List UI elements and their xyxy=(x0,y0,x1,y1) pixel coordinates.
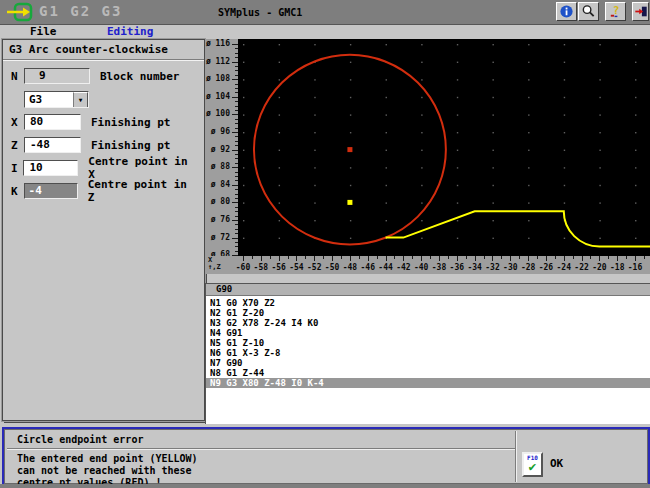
x-axis-tick xyxy=(608,256,609,259)
field-letter: K xyxy=(11,185,24,198)
axis-orientation-label: X ↑,Z xyxy=(208,257,221,271)
title-bar: G1 G2 G3 SYMplus - GMC1 ? xyxy=(0,0,650,25)
x-axis-tick xyxy=(439,256,440,261)
x-axis-tick xyxy=(421,256,422,261)
x-axis-tick xyxy=(466,256,467,259)
field-letter: I xyxy=(11,162,23,175)
g3-arc-dialog: G3 Arc counter-clockwise N9Block numberG… xyxy=(2,39,205,421)
error-body-line: can not be reached with these xyxy=(17,465,192,476)
nc-program-line[interactable]: N8 G1 Z-44 xyxy=(206,368,650,378)
x-axis-label: -44 xyxy=(378,263,392,272)
x-axis-label: -16 xyxy=(628,263,642,272)
x-axis-tick xyxy=(537,256,538,259)
x-axis-label: -34 xyxy=(467,263,481,272)
dialog-fields: N9Block numberG3▼X80Finishing ptZ-48Fini… xyxy=(3,60,204,199)
field-letter: N xyxy=(11,70,24,83)
x-axis-tick xyxy=(599,256,600,261)
x-axis-label: -56 xyxy=(271,263,285,272)
dialog-field-row: N9Block number xyxy=(11,68,196,84)
programmed-contour xyxy=(386,211,650,246)
x-axis-tick xyxy=(582,256,583,261)
error-separator xyxy=(7,448,515,449)
x-axis-tick xyxy=(573,256,574,259)
field-input[interactable]: 9 xyxy=(24,68,90,84)
x-axis-label: -24 xyxy=(557,263,571,272)
x-axis-label: -18 xyxy=(610,263,624,272)
x-axis-tick xyxy=(564,256,565,261)
x-axis-tick xyxy=(617,256,618,261)
x-axis-label: -60 xyxy=(236,263,250,272)
field-label: Finishing pt xyxy=(91,139,170,152)
x-axis-tick xyxy=(270,256,271,259)
chevron-down-icon[interactable]: ▼ xyxy=(73,92,88,107)
info-icon xyxy=(559,4,574,19)
menu-file[interactable]: File xyxy=(30,25,57,38)
x-axis-label: -50 xyxy=(325,263,339,272)
y-axis-label: ø 112 xyxy=(206,58,230,66)
nc-program-line[interactable]: N5 G1 Z-10 xyxy=(206,338,650,348)
x-axis-label: -38 xyxy=(432,263,446,272)
x-axis-tick xyxy=(546,256,547,261)
centre-point-marker xyxy=(347,147,352,152)
dialog-field-row: K-4Centre point in Z xyxy=(11,183,196,199)
contour-preview-canvas xyxy=(238,39,650,256)
x-axis-tick xyxy=(457,256,458,261)
end-point-marker xyxy=(347,200,352,205)
nc-program-line[interactable]: N7 G90 xyxy=(206,358,650,368)
menu-bar: File Editing xyxy=(0,25,650,38)
nc-program-panel: G90 N1 G0 X70 Z2N2 G1 Z-20N3 G2 X78 Z-24… xyxy=(205,283,650,424)
x-axis-tick xyxy=(243,256,244,261)
field-label: Finishing pt xyxy=(91,116,170,129)
x-axis-tick xyxy=(412,256,413,259)
y-axis-label: ø 108 xyxy=(206,75,230,83)
x-axis-tick xyxy=(528,256,529,261)
x-axis-tick xyxy=(403,256,404,261)
zoom-button[interactable] xyxy=(578,2,599,21)
info-button[interactable] xyxy=(556,2,577,21)
x-axis-tick xyxy=(305,256,306,259)
ok-button[interactable]: F10 ✔ xyxy=(522,452,543,477)
y-axis-label: ø 72 xyxy=(211,234,230,242)
nc-program-line[interactable]: N6 G1 X-3 Z-8 xyxy=(206,348,650,358)
field-letter: Z xyxy=(11,139,24,152)
error-body-line: The entered end point (YELLOW) xyxy=(17,453,198,464)
x-axis-label: -58 xyxy=(254,263,268,272)
x-axis-label: -26 xyxy=(539,263,553,272)
nc-program-line[interactable]: N9 G3 X80 Z-48 I0 K-4 xyxy=(206,378,650,388)
x-axis-tick xyxy=(394,256,395,259)
x-axis-tick xyxy=(296,256,297,261)
x-axis-tick xyxy=(368,256,369,261)
nc-program-list: N1 G0 X70 Z2N2 G1 Z-20N3 G2 X78 Z-24 I4 … xyxy=(206,296,650,388)
x-axis-tick xyxy=(475,256,476,261)
nc-program-line[interactable]: N2 G1 Z-20 xyxy=(206,308,650,318)
help-button[interactable]: ? xyxy=(605,2,626,21)
symplus-logo-icon xyxy=(5,1,35,27)
exit-button[interactable] xyxy=(632,2,649,21)
x-axis-label: -36 xyxy=(450,263,464,272)
field-input[interactable]: -4 xyxy=(24,183,78,199)
field-input[interactable]: -48 xyxy=(24,137,81,153)
x-axis-label: -42 xyxy=(396,263,410,272)
x-axis-label: -48 xyxy=(343,263,357,272)
y-axis-label: ø 76 xyxy=(211,216,230,224)
nc-program-line[interactable]: N3 G2 X78 Z-24 I4 K0 xyxy=(206,318,650,328)
x-axis-tick xyxy=(626,256,627,259)
nc-program-line[interactable]: N1 G0 X70 Z2 xyxy=(206,298,650,308)
field-label: Block number xyxy=(100,70,179,83)
x-axis-tick xyxy=(635,256,636,261)
x-axis-tick xyxy=(261,256,262,261)
error-title: Circle endpoint error xyxy=(17,434,143,445)
x-axis-tick xyxy=(359,256,360,259)
error-vertical-divider xyxy=(515,431,516,482)
x-axis-tick xyxy=(386,256,387,261)
nc-program-line[interactable]: N4 G91 xyxy=(206,328,650,338)
gcode-dropdown[interactable]: G3▼ xyxy=(24,91,89,108)
x-axis-tick xyxy=(430,256,431,259)
y-axis-label: ø 104 xyxy=(206,93,230,101)
x-axis-tick xyxy=(288,256,289,259)
field-input[interactable]: 80 xyxy=(24,114,81,130)
x-axis-tick xyxy=(484,256,485,259)
menu-editing[interactable]: Editing xyxy=(107,25,153,38)
contour-preview-graphic xyxy=(238,39,650,256)
field-input[interactable]: 10 xyxy=(23,160,78,176)
